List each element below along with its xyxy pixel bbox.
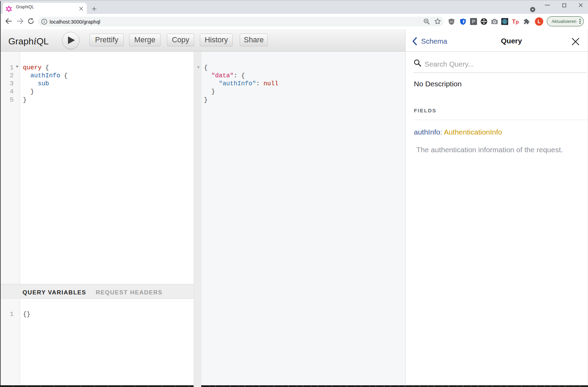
svg-text:uO: uO bbox=[450, 20, 453, 23]
